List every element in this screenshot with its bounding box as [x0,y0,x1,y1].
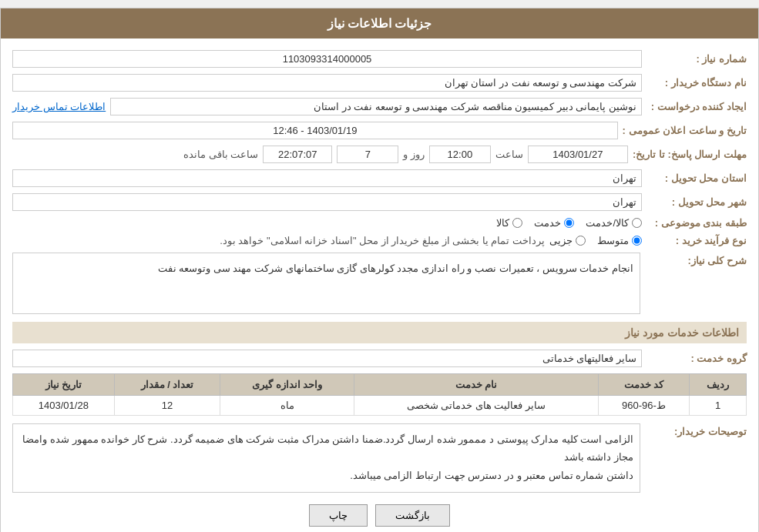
category-khadamat-label: خدمت [534,217,561,229]
category-option-khadamat[interactable]: خدمت [534,217,574,229]
buyer-value: شرکت مهندسی و توسعه نفت در استان تهران [12,74,642,92]
print-button[interactable]: چاپ [309,504,368,527]
process-option-jozi[interactable]: جزیی [549,235,586,246]
process-motovasset-label: متوسط [597,235,629,246]
button-row: بازگشت چاپ [12,504,747,527]
process-radio-group: متوسط جزیی [549,235,642,246]
cell-name: سایر فعالیت های خدماتی شخصی [354,396,599,416]
cell-code: ط-96-960 [598,396,689,416]
cell-quantity: 12 [114,396,220,416]
contact-link[interactable]: اطلاعات تماس خریدار [12,101,106,112]
cell-row: 1 [690,396,747,416]
response-days: 7 [337,146,398,163]
buyer-label: نام دستگاه خریدار : [646,77,747,89]
buyer-notes-label: توصیحات خریدار: [646,423,747,437]
category-radio-kala-khadamat[interactable] [632,218,642,228]
cell-date: 1403/01/28 [13,396,115,416]
response-deadline-label: مهلت ارسال پاسخ: تا تاریخ: [633,149,747,160]
process-note: پرداخت تمام یا بخشی از مبلغ خریدار از مح… [12,235,545,246]
city-label: شهر محل تحویل : [646,196,747,208]
process-radio-jozi[interactable] [576,236,586,246]
col-quantity: تعداد / مقدار [114,374,220,396]
category-radio-khadamat[interactable] [564,218,574,228]
province-value: تهران [12,169,642,187]
group-label: گروه خدمت : [646,353,747,364]
category-option-kala-khadamat[interactable]: کالا/خدمت [586,217,642,229]
category-label: طبقه بندی موضوعی : [646,217,747,229]
need-number-label: شماره نیاز : [646,53,747,65]
remaining-value: 22:07:07 [263,146,332,163]
back-button[interactable]: بازگشت [375,504,450,527]
group-value: سایر فعالیتهای خدماتی [12,350,642,367]
service-section-header: اطلاعات خدمات مورد نیاز [12,322,747,343]
creator-label: ایجاد کننده درخواست : [646,101,747,112]
process-label: نوع فرآیند خرید : [646,235,747,246]
category-radio-kala[interactable] [512,218,522,228]
table-row: 1ط-96-960سایر فعالیت های خدماتی شخصیماه1… [13,396,747,416]
description-value: انجام خدمات سرویس ، تعمیرات نصب و راه ان… [12,253,640,314]
creator-value: نوشین پایمانی دبیر کمیسیون مناقصه شرکت م… [110,98,642,115]
category-kala-label: کالا [496,217,509,229]
cell-unit: ماه [220,396,354,416]
remaining-label: ساعت باقی مانده [183,149,258,160]
col-name: نام خدمت [354,374,599,396]
process-jozi-label: جزیی [549,235,573,246]
response-date: 1403/01/27 [528,146,628,163]
page-title: جزئیات اطلاعات نیاز [1,8,758,38]
response-time: 12:00 [429,146,491,163]
province-label: استان محل تحویل : [646,172,747,184]
response-time-label: ساعت [495,149,523,160]
city-value: تهران [12,193,642,211]
col-unit: واحد اندازه گیری [220,374,354,396]
announce-label: تاریخ و ساعت اعلان عمومی : [623,125,747,136]
need-number-value: 1103093314000005 [12,50,642,68]
process-option-motovasset[interactable]: متوسط [597,235,642,246]
col-row: ردیف [690,374,747,396]
col-date: تاریخ نیاز [13,374,115,396]
process-radio-motovasset[interactable] [632,236,642,246]
buyer-notes-value: الزامی است کلیه مدارک پیوستی د مممور شده… [12,423,640,493]
category-kala-khadamat-label: کالا/خدمت [586,217,629,229]
response-day-label: روز و [403,149,425,160]
description-label: شرح کلی نیاز: [646,253,747,266]
col-code: کد خدمت [598,374,689,396]
service-table: ردیف کد خدمت نام خدمت واحد اندازه گیری ت… [12,373,747,416]
category-radio-group: کالا/خدمت خدمت کالا [496,217,642,229]
category-option-kala[interactable]: کالا [496,217,522,229]
announce-value: 1403/01/19 - 12:46 [12,122,618,139]
